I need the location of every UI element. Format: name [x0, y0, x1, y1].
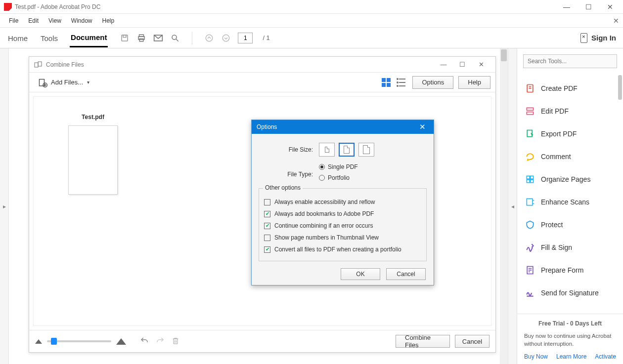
checkbox-icon: [264, 223, 270, 229]
options-dialog-titlebar: Options ✕: [252, 120, 434, 134]
checkbox-option-0[interactable]: Always enable accessibility and reflow: [264, 199, 421, 205]
tool-item-create-pdf[interactable]: Create PDF: [517, 77, 623, 100]
tool-item-export-pdf[interactable]: Export PDF: [517, 122, 623, 145]
tool-item-prepare-form[interactable]: Prepare Form: [517, 259, 623, 282]
checkbox-label: Convert all files to PDF when creating a…: [274, 246, 401, 253]
zoom-slider[interactable]: [47, 340, 111, 342]
search-icon[interactable]: [170, 33, 180, 43]
activate-link[interactable]: Activate: [595, 353, 616, 360]
combine-maximize-button[interactable]: ☐: [453, 58, 472, 72]
trial-description: Buy now to continue using Acrobat withou…: [524, 332, 616, 348]
menu-window[interactable]: Window: [66, 15, 97, 26]
cancel-button[interactable]: Cancel: [386, 268, 426, 280]
tab-tools[interactable]: Tools: [40, 29, 59, 47]
tool-item-edit-pdf[interactable]: Edit PDF: [517, 100, 623, 122]
tab-document[interactable]: Document: [70, 28, 108, 47]
tool-list: Create PDFEdit PDFExport PDFCommentOrgan…: [517, 74, 623, 314]
left-rail-toggle[interactable]: ▸: [0, 48, 9, 364]
menu-help[interactable]: Help: [97, 15, 120, 26]
close-button[interactable]: ✕: [599, 0, 621, 14]
help-button[interactable]: Help: [458, 76, 490, 89]
add-files-button[interactable]: Add Files... ▾: [34, 76, 93, 89]
svg-rect-26: [531, 176, 534, 179]
redo-icon[interactable]: [156, 336, 165, 347]
learn-more-link[interactable]: Learn More: [556, 353, 586, 360]
menu-file[interactable]: File: [4, 15, 23, 26]
options-dialog-close-icon[interactable]: ✕: [416, 122, 429, 131]
menubar: File Edit View Window Help ✕: [0, 14, 623, 28]
print-icon[interactable]: [136, 33, 146, 43]
search-tools-input[interactable]: [523, 54, 617, 68]
svg-rect-25: [527, 176, 530, 179]
svg-point-8: [206, 35, 213, 41]
options-dialog: Options ✕ File Size:: [251, 120, 434, 285]
svg-rect-0: [122, 35, 128, 41]
menu-view[interactable]: View: [44, 15, 66, 26]
checkbox-option-1[interactable]: Always add bookmarks to Adobe PDF: [264, 210, 421, 217]
combine-files-button[interactable]: Combine Files: [396, 335, 450, 348]
radio-portfolio-label: Portfolio: [328, 174, 350, 181]
sign-in-button[interactable]: Sign In: [580, 33, 616, 43]
file-thumbnail[interactable]: Test.pdf: [68, 114, 118, 195]
options-button[interactable]: Options: [412, 76, 453, 89]
thumbnail-view-icon[interactable]: [382, 78, 391, 87]
combine-cancel-button[interactable]: Cancel: [455, 335, 490, 348]
menu-edit[interactable]: Edit: [23, 15, 44, 26]
save-icon[interactable]: [120, 33, 130, 43]
tool-label: Create PDF: [541, 84, 578, 92]
document-close-icon[interactable]: ✕: [613, 17, 619, 25]
right-rail-toggle[interactable]: ◂: [508, 48, 517, 364]
tool-label: Protect: [541, 221, 563, 229]
file-size-large-button[interactable]: [358, 143, 374, 157]
tool-item-protect[interactable]: Protect: [517, 213, 623, 236]
email-icon[interactable]: [153, 33, 163, 43]
buy-now-link[interactable]: Buy Now: [524, 353, 548, 360]
tool-item-enhance-scans[interactable]: Enhance Scans: [517, 191, 623, 213]
checkbox-option-3[interactable]: Show page numbers in Thumbnail View: [264, 234, 421, 241]
ok-button[interactable]: OK: [341, 268, 380, 280]
page-input[interactable]: [238, 33, 253, 43]
tool-label: Prepare Form: [541, 266, 583, 274]
maximize-button[interactable]: ☐: [578, 0, 599, 14]
file-size-default-button[interactable]: [339, 143, 355, 157]
tool-item-comment[interactable]: Comment: [517, 145, 623, 168]
list-view-icon[interactable]: [397, 79, 405, 86]
tool-icon: [525, 129, 535, 139]
checkbox-label: Always add bookmarks to Adobe PDF: [274, 210, 374, 217]
svg-line-7: [177, 39, 179, 41]
other-options-legend: Other options: [263, 184, 303, 191]
combine-minimize-button[interactable]: ―: [434, 58, 453, 72]
file-size-small-button[interactable]: [319, 143, 335, 157]
combine-titlebar: Combine Files ― ☐ ✕: [29, 57, 495, 73]
radio-single-pdf[interactable]: Single PDF: [319, 163, 358, 170]
checkbox-label: Continue combining if an error occurs: [274, 222, 373, 229]
zoom-out-icon[interactable]: [35, 339, 42, 344]
vertical-scrollbar[interactable]: [500, 48, 508, 364]
tool-item-organize-pages[interactable]: Organize Pages: [517, 168, 623, 191]
checkbox-icon: [264, 211, 270, 217]
undo-icon[interactable]: [140, 336, 149, 347]
combine-files-window: Combine Files ― ☐ ✕ Add Files... ▾: [29, 56, 496, 353]
combine-close-button[interactable]: ✕: [472, 58, 490, 72]
tool-label: Organize Pages: [541, 175, 590, 183]
combine-title-label: Combine Files: [46, 61, 84, 68]
delete-icon[interactable]: [172, 336, 179, 347]
page-down-icon[interactable]: [221, 33, 231, 43]
trial-box: Free Trial - 0 Days Left Buy now to cont…: [517, 314, 623, 364]
tool-item-fill-sign[interactable]: Fill & Sign: [517, 236, 623, 259]
radio-portfolio[interactable]: Portfolio: [319, 174, 358, 181]
other-options-group: Other options Always enable accessibilit…: [259, 188, 427, 261]
checkbox-icon: [264, 199, 270, 205]
page-up-icon[interactable]: [204, 33, 214, 43]
main-toolbar: Home Tools Document / 1 Sign In: [0, 28, 623, 48]
zoom-in-icon[interactable]: [116, 338, 126, 345]
tool-icon: [525, 288, 535, 298]
minimize-button[interactable]: ―: [556, 0, 578, 14]
svg-rect-27: [527, 180, 530, 183]
right-panel-scrollbar[interactable]: [618, 74, 622, 314]
tool-label: Export PDF: [541, 130, 577, 138]
checkbox-option-4[interactable]: Convert all files to PDF when creating a…: [264, 246, 421, 253]
tool-item-send-for-signature[interactable]: Send for Signature: [517, 282, 623, 304]
tab-home[interactable]: Home: [7, 29, 29, 47]
checkbox-option-2[interactable]: Continue combining if an error occurs: [264, 222, 421, 229]
